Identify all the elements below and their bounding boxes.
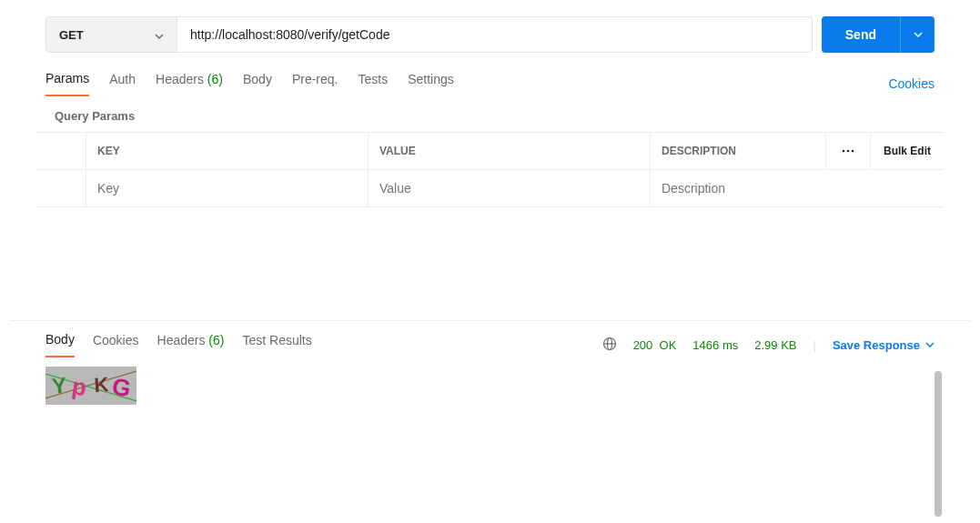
params-table: KEY VALUE DESCRIPTION Bulk Edit — [36, 132, 944, 207]
response-tab-cookies[interactable]: Cookies — [93, 333, 139, 357]
status-code: 200 — [633, 338, 653, 352]
http-method-select[interactable]: GET — [45, 16, 177, 53]
response-tab-body[interactable]: Body — [45, 332, 75, 357]
send-button-group: Send — [822, 16, 935, 53]
response-time: 1466 ms — [692, 338, 738, 352]
horizontal-divider — [9, 320, 971, 321]
send-dropdown-button[interactable] — [900, 16, 935, 53]
tab-settings[interactable]: Settings — [408, 72, 454, 96]
tab-auth[interactable]: Auth — [109, 72, 136, 96]
tab-params[interactable]: Params — [45, 71, 89, 96]
response-body: Y p K G — [45, 367, 935, 405]
key-input[interactable] — [97, 181, 357, 196]
save-response-button[interactable]: Save Response — [833, 338, 935, 352]
response-tab-headers-count: (6) — [208, 333, 224, 347]
tab-tests[interactable]: Tests — [358, 72, 388, 96]
tab-prereq[interactable]: Pre-req. — [292, 72, 338, 96]
status-badge: 200 OK — [633, 338, 677, 352]
response-tabs: Body Cookies Headers (6) Test Results 20… — [45, 332, 935, 357]
captcha-image: Y p K G — [45, 367, 136, 405]
response-tab-test-results[interactable]: Test Results — [242, 333, 311, 357]
divider: | — [813, 338, 816, 352]
svg-point-1 — [847, 150, 850, 153]
request-tabs: Params Auth Headers (6) Body Pre-req. Te… — [45, 71, 935, 96]
tab-headers[interactable]: Headers (6) — [156, 72, 223, 96]
header-value: VALUE — [369, 133, 651, 169]
chevron-down-icon — [925, 342, 935, 347]
scrollbar[interactable] — [935, 371, 942, 517]
response-tab-headers-label: Headers — [157, 333, 206, 347]
globe-icon[interactable] — [602, 337, 617, 354]
svg-point-2 — [852, 150, 854, 153]
response-tab-headers[interactable]: Headers (6) — [157, 333, 225, 357]
url-bar: GET Send — [45, 16, 935, 53]
row-checkbox[interactable] — [36, 170, 86, 206]
response-size: 2.99 KB — [754, 338, 796, 352]
query-params-title: Query Params — [55, 109, 925, 123]
svg-text:K: K — [94, 373, 110, 397]
tab-headers-count: (6) — [207, 72, 223, 86]
send-button[interactable]: Send — [822, 16, 900, 53]
bulk-edit-button[interactable]: Bulk Edit — [871, 145, 944, 157]
more-options-icon[interactable] — [825, 133, 871, 169]
description-input[interactable] — [662, 181, 933, 196]
chevron-down-icon — [155, 28, 164, 42]
chevron-down-icon — [914, 32, 923, 37]
url-input-wrap — [177, 16, 813, 53]
params-header-row: KEY VALUE DESCRIPTION Bulk Edit — [36, 133, 944, 170]
http-method-value: GET — [59, 28, 84, 42]
tab-body[interactable]: Body — [243, 72, 272, 96]
header-description: DESCRIPTION — [651, 133, 825, 169]
status-text: OK — [660, 338, 677, 352]
header-key: KEY — [86, 133, 369, 169]
response-meta: 200 OK 1466 ms 2.99 KB | Save Response — [602, 337, 935, 354]
table-row — [36, 170, 944, 206]
checkbox-column — [36, 133, 86, 169]
cookies-link[interactable]: Cookies — [888, 76, 935, 91]
tab-headers-label: Headers — [156, 72, 204, 86]
url-input[interactable] — [177, 27, 812, 42]
svg-point-0 — [843, 150, 845, 153]
value-input[interactable] — [379, 181, 639, 196]
save-response-label: Save Response — [833, 338, 920, 352]
svg-text:Y: Y — [51, 372, 68, 398]
